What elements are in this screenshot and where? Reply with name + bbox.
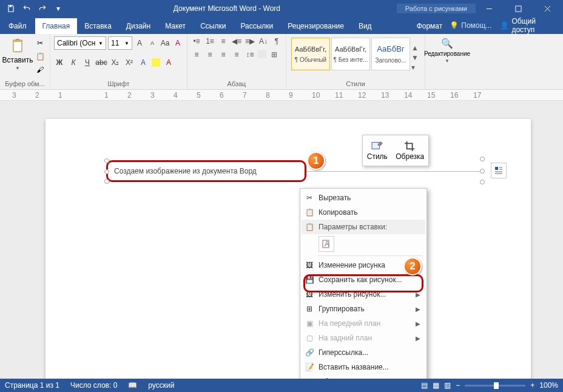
tab-mailings[interactable]: Рассылки	[233, 18, 280, 34]
status-page[interactable]: Страница 1 из 1	[5, 381, 59, 390]
view-print-icon[interactable]: ▦	[433, 381, 439, 390]
resize-handle[interactable]	[104, 179, 109, 184]
tell-me-search[interactable]: 💡Помощ...	[450, 21, 491, 30]
italic-button[interactable]: К	[68, 57, 79, 68]
bold-button[interactable]: Ж	[54, 57, 65, 68]
styles-down-icon[interactable]: ▼	[411, 53, 420, 62]
underline-button[interactable]: Ч	[82, 57, 93, 68]
tab-home[interactable]: Главная	[35, 18, 78, 34]
align-left-icon[interactable]: ≡	[191, 50, 202, 59]
status-words[interactable]: Число слов: 0	[70, 381, 117, 390]
copy-icon[interactable]: 📋	[34, 51, 46, 62]
font-name-combo[interactable]: Calibri (Осн▼	[54, 36, 106, 50]
grow-font-icon[interactable]: A	[134, 38, 145, 49]
justify-icon[interactable]: ≡	[231, 50, 242, 59]
styles-up-icon[interactable]: ▲	[411, 44, 420, 52]
resize-handle[interactable]	[104, 158, 109, 163]
page[interactable]: Создаем изображение из документа Ворд	[46, 119, 531, 379]
ctx-copy[interactable]: 📋Копировать	[302, 205, 425, 220]
ctx-group[interactable]: ⊞Группировать▶	[302, 302, 425, 316]
undo-icon[interactable]	[21, 2, 33, 15]
tab-file[interactable]: Файл	[0, 18, 35, 34]
ctx-change-picture[interactable]: 🖼Изменить рисунок...▶	[302, 287, 425, 302]
change-case-icon[interactable]: Aa	[160, 38, 170, 49]
close-icon[interactable]	[534, 0, 561, 17]
zoom-out-icon[interactable]: −	[456, 381, 460, 390]
tab-references[interactable]: Ссылки	[193, 18, 233, 34]
tab-review[interactable]: Рецензирование	[280, 18, 351, 34]
zoom-value[interactable]: 100%	[539, 381, 558, 390]
multilevel-icon[interactable]: ≡	[218, 36, 229, 46]
borders-icon[interactable]: ⊞	[269, 50, 280, 59]
format-painter-icon[interactable]: 🖌	[34, 64, 46, 75]
style-normal[interactable]: АаБбВвГг, ¶ Обычный	[291, 38, 330, 70]
decrease-indent-icon[interactable]: ◀≡	[231, 36, 242, 46]
show-marks-icon[interactable]: ¶	[271, 36, 282, 46]
style-nospacing[interactable]: АаБбВвГг, ¶ Без инте...	[331, 38, 370, 70]
svg-rect-0	[10, 5, 12, 7]
style-heading[interactable]: АаБбВг Заголово...	[371, 38, 410, 70]
zoom-thumb[interactable]	[494, 382, 499, 389]
line-spacing-icon[interactable]: ↕≡	[244, 50, 255, 59]
qat-dropdown-icon[interactable]: ▾	[52, 2, 64, 15]
sort-icon[interactable]: A↓	[258, 36, 269, 46]
zoom-slider[interactable]	[465, 385, 525, 387]
ctx-hyperlink[interactable]: 🔗Гиперссылка...	[302, 345, 425, 360]
crop-button[interactable]: Обрезка	[396, 140, 424, 161]
ctx-cut[interactable]: ✂Вырезать	[302, 191, 425, 205]
ctx-insert-caption[interactable]: 📝Вставить название...	[302, 360, 425, 374]
increase-indent-icon[interactable]: ≡▶	[244, 36, 255, 46]
ctx-save-as-picture[interactable]: 💾Сохранить как рисунок...	[302, 272, 425, 287]
selected-textbox[interactable]: Создаем изображение из документа Ворд	[106, 160, 306, 182]
highlight-color-icon[interactable]	[152, 58, 160, 67]
subscript-button[interactable]: X₂	[110, 57, 121, 68]
view-read-icon[interactable]: ▤	[421, 381, 428, 390]
style-button[interactable]: Стиль	[367, 140, 388, 161]
minimize-icon[interactable]	[476, 0, 502, 17]
status-language[interactable]: русский	[148, 381, 174, 390]
layout-options-icon[interactable]	[491, 163, 507, 178]
shrink-font-icon[interactable]: A	[147, 38, 158, 49]
group-label-paragraph: Абзац	[191, 79, 282, 89]
tab-insert[interactable]: Вставка	[77, 18, 119, 34]
tab-layout[interactable]: Макет	[158, 18, 193, 34]
resize-handle[interactable]	[480, 180, 485, 184]
font-color-icon[interactable]: A	[163, 57, 174, 68]
numbering-icon[interactable]: 1≡	[204, 36, 215, 46]
spellcheck-icon[interactable]: 📖	[128, 381, 137, 390]
save-icon[interactable]	[5, 2, 17, 15]
editing-dropdown[interactable]: 🔍 Редактирование ▼	[429, 36, 465, 79]
redo-icon[interactable]	[36, 2, 49, 15]
bring-front-icon: ▣	[305, 319, 314, 328]
text-effects-icon[interactable]: A	[138, 57, 149, 68]
strike-button[interactable]: abc	[96, 57, 107, 68]
document-workspace[interactable]: Создаем изображение из документа Ворд	[0, 101, 563, 379]
tab-design[interactable]: Дизайн	[119, 18, 158, 34]
resize-handle[interactable]	[480, 157, 485, 161]
align-center-icon[interactable]: ≡	[204, 50, 215, 59]
clear-formatting-icon[interactable]: A	[172, 38, 183, 49]
resize-handle[interactable]	[480, 169, 485, 174]
paste-button[interactable]: Вставить ▼	[4, 36, 32, 79]
send-back-icon: ▢	[305, 333, 314, 343]
ruler-horizontal[interactable]: 3211234567891011121314151617	[0, 90, 563, 101]
cut-icon[interactable]: ✂	[34, 38, 46, 49]
superscript-button[interactable]: X²	[124, 57, 135, 68]
zoom-in-icon[interactable]: +	[530, 381, 534, 390]
maximize-icon[interactable]	[505, 0, 531, 17]
resize-handle[interactable]	[104, 169, 109, 174]
tab-view[interactable]: Вид	[351, 18, 379, 34]
contextual-tab-label: Работа с рисунками	[397, 4, 476, 13]
ctx-paste-options: A	[302, 234, 425, 254]
share-button[interactable]: 👤Общий доступ	[500, 17, 555, 34]
align-right-icon[interactable]: ≡	[218, 50, 229, 59]
tab-format[interactable]: Формат	[410, 18, 450, 34]
shading-icon[interactable]	[258, 50, 266, 58]
view-web-icon[interactable]: ▥	[444, 381, 451, 390]
group-font: Calibri (Осн▼ 11▼ A A Aa A Ж К Ч abc X₂ …	[50, 34, 187, 89]
bullets-icon[interactable]: •≡	[191, 36, 202, 46]
font-size-combo[interactable]: 11▼	[108, 36, 132, 50]
styles-more-icon[interactable]: ▾	[411, 63, 420, 72]
paste-keep-source-icon[interactable]: A	[319, 236, 334, 252]
ctx-paste-header: 📋Параметры вставки:	[302, 220, 425, 234]
